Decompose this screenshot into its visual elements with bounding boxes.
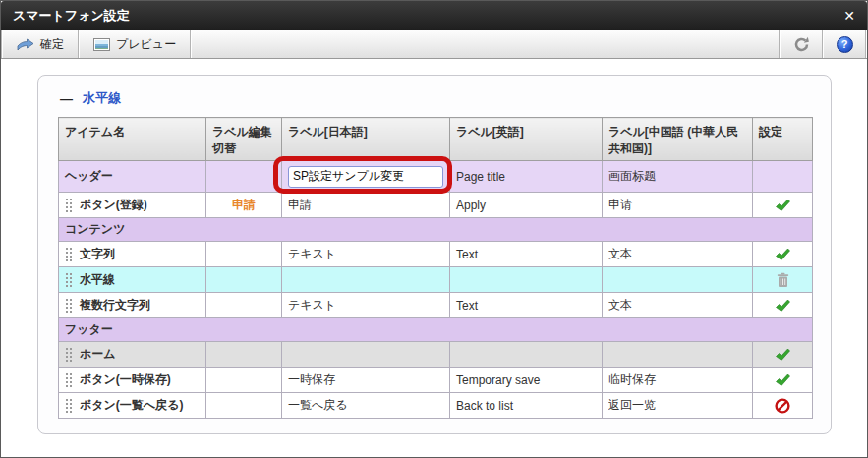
refresh-button[interactable] (781, 30, 822, 58)
section-label: コンテンツ (59, 218, 813, 242)
drag-handle-icon[interactable] (65, 347, 73, 362)
table-row-string: 文字列 テキスト Text 文本 (59, 242, 813, 267)
table-section-footer: フッター (59, 318, 813, 342)
confirm-button[interactable]: 確定 (3, 30, 78, 58)
label-table: アイテム名 ラベル編集切替 ラベル[日本語] ラベル[英語] ラベル[中国語 (… (58, 117, 813, 419)
dialog-content: — 水平線 アイテム名 ラベル編集切替 ラベル[日本語] ラベル[英語] (1, 59, 867, 458)
label-table-wrap: アイテム名 ラベル編集切替 ラベル[日本語] ラベル[英語] ラベル[中国語 (… (58, 117, 831, 419)
dialog-title: スマートフォン設定 (13, 7, 130, 25)
table-row-back-to-list-button: ボタン(一覧へ戻る) 一覧へ戻る Back to list 返回一览 (59, 393, 813, 419)
item-name-label: ボタン(登録) (80, 197, 147, 213)
label-zh-cell: 画面标题 (603, 161, 753, 193)
col-label-english: ラベル[英語] (450, 118, 603, 161)
label-ja-cell (282, 342, 450, 368)
enabled-check-icon (775, 298, 790, 314)
col-setting: 設定 (753, 118, 813, 161)
item-name-label: 文字列 (80, 246, 115, 262)
col-item-name: アイテム名 (59, 118, 206, 161)
preview-image-icon (93, 38, 110, 51)
item-name-label: 水平線 (80, 271, 115, 288)
toolbar-separator (865, 30, 867, 58)
label-en-cell: Text (450, 293, 603, 318)
setting-cell[interactable] (753, 342, 813, 368)
enabled-check-icon (775, 198, 790, 213)
preview-button-label: プレビュー (116, 36, 176, 53)
trash-icon (776, 272, 790, 288)
close-icon[interactable]: ✕ (843, 9, 855, 23)
drag-handle-icon[interactable] (65, 372, 73, 387)
label-en-cell: Apply (450, 193, 603, 218)
setting-cell[interactable] (753, 368, 813, 393)
item-name-label: ボタン(一覧へ戻る) (80, 397, 183, 414)
label-edit-toggle-cell (206, 342, 282, 368)
label-en-cell: Back to list (450, 393, 603, 419)
table-row-horizontal-line-selected: 水平線 (59, 267, 813, 293)
col-label-edit-toggle: ラベル編集切替 (206, 118, 282, 161)
preview-button[interactable]: プレビュー (80, 30, 190, 58)
label-ja-cell: 申請 (282, 193, 450, 218)
panel-title-link[interactable]: 水平線 (83, 89, 121, 107)
collapse-toggle-icon[interactable]: — (60, 91, 73, 106)
table-row-temp-save-button: ボタン(一時保存) 一時保存 Temporary save 临时保存 (59, 368, 813, 393)
item-name-label: 複数行文字列 (80, 297, 150, 314)
label-zh-cell (603, 267, 753, 293)
horizontal-line-panel: — 水平線 アイテム名 ラベル編集切替 ラベル[日本語] ラベル[英語] (37, 75, 832, 434)
label-ja-cell (282, 161, 450, 193)
label-en-cell (450, 267, 603, 293)
setting-cell (753, 161, 813, 193)
table-row-multiline-string: 複数行文字列 テキスト Text 文本 (59, 293, 813, 318)
label-en-cell: Text (450, 242, 603, 267)
help-button[interactable]: ? (824, 30, 865, 58)
disabled-deny-icon (775, 398, 790, 414)
label-edit-toggle-cell (206, 161, 282, 193)
setting-cell[interactable] (753, 242, 813, 267)
drag-handle-icon[interactable] (65, 272, 73, 287)
label-en-cell (450, 342, 603, 368)
label-ja-cell: 一時保存 (282, 368, 450, 393)
enabled-check-icon (775, 247, 790, 262)
panel-heading: — 水平線 (60, 89, 831, 107)
label-edit-toggle-cell (206, 267, 282, 293)
smartphone-settings-dialog: スマートフォン設定 ✕ 確定 プレビュー ? (0, 0, 868, 458)
table-row-register-button: ボタン(登録) 申請 申請 Apply 申请 (59, 193, 813, 218)
table-row-home: ホーム (59, 342, 813, 368)
drag-handle-icon[interactable] (65, 298, 73, 313)
toolbar: 確定 プレビュー ? (1, 30, 867, 59)
enabled-check-icon (775, 347, 790, 363)
label-edit-toggle-cell (206, 393, 282, 419)
label-ja-cell: テキスト (282, 242, 450, 267)
label-edit-toggle-cell: 申請 (206, 193, 282, 218)
table-row-header-item: ヘッダー Page title 画面标题 (59, 161, 813, 193)
label-en-cell: Temporary save (450, 368, 603, 393)
setting-cell[interactable] (753, 293, 813, 318)
label-zh-cell: 临时保存 (603, 368, 753, 393)
label-en-cell: Page title (450, 161, 603, 193)
label-zh-cell: 文本 (603, 293, 753, 318)
col-label-japanese: ラベル[日本語] (282, 118, 450, 161)
col-label-chinese: ラベル[中国語 (中華人民共和国)] (603, 118, 753, 161)
dialog-titlebar: スマートフォン設定 ✕ (1, 1, 867, 30)
item-name-label: ホーム (80, 346, 116, 363)
refresh-icon (793, 36, 810, 53)
table-section-contents: コンテンツ (59, 218, 813, 242)
setting-cell[interactable] (753, 267, 813, 293)
toolbar-right-group: ? (779, 30, 867, 58)
label-zh-cell: 文本 (603, 242, 753, 267)
drag-handle-icon[interactable] (65, 398, 73, 413)
label-edit-toggle-link[interactable]: 申請 (232, 198, 256, 211)
label-edit-toggle-cell (206, 368, 282, 393)
drag-handle-icon[interactable] (65, 198, 73, 212)
label-ja-cell: テキスト (282, 293, 450, 318)
setting-cell[interactable] (753, 193, 813, 218)
label-ja-cell: 一覧へ戻る (282, 393, 450, 419)
toolbar-separator (190, 30, 192, 58)
japanese-label-input[interactable] (288, 166, 443, 188)
label-zh-cell: 申请 (603, 193, 753, 218)
drag-handle-icon[interactable] (65, 247, 73, 261)
help-icon: ? (837, 36, 853, 53)
confirm-button-label: 確定 (40, 36, 64, 53)
enabled-check-icon (775, 372, 790, 388)
item-name-cell: ヘッダー (59, 161, 206, 193)
setting-cell[interactable] (753, 393, 813, 419)
label-zh-cell: 返回一览 (603, 393, 753, 419)
